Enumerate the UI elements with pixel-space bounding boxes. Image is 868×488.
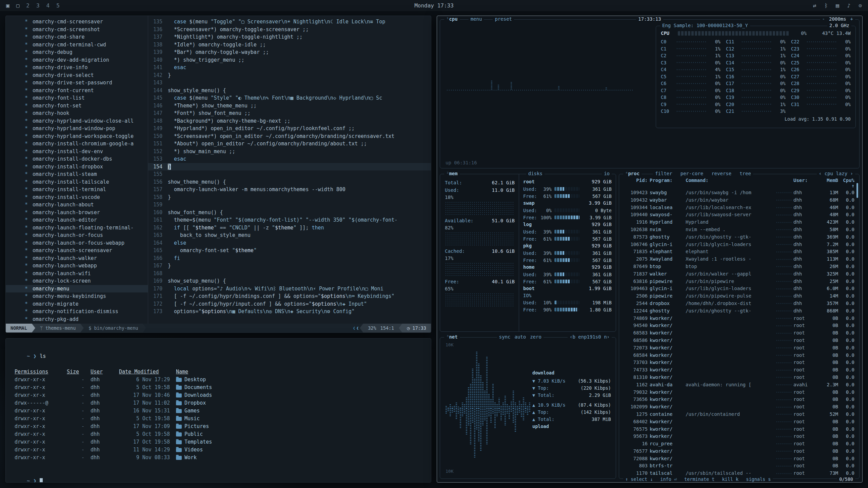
file-item[interactable]: *omarchy-font-current (25, 87, 148, 95)
proc-control-per-core[interactable]: per-core (680, 171, 703, 176)
proc-col-cpu[interactable]: Cpu% ↑ (840, 178, 854, 188)
code-line[interactable]: 146 *Theme*) show_theme_menu ;; (148, 102, 431, 110)
net-auto-toggle[interactable]: auto (512, 334, 528, 340)
process-row[interactable]: 106746glycin-i/usr/lib/glycin-loadersdhh… (623, 241, 854, 248)
process-row[interactable]: 74869kworker/root0B0.0 (623, 315, 854, 322)
process-row[interactable]: 76577kworker/root0B0.0 (623, 448, 854, 455)
file-item[interactable]: *omarchy-cmd-screenshot (25, 26, 148, 34)
code-line[interactable]: 155 (148, 170, 431, 178)
code-line[interactable]: 165 omarchy-font-set "$theme" (148, 247, 431, 255)
file-item[interactable]: *omarchy-lock-screen (25, 277, 148, 285)
file-item[interactable]: *omarchy-hyprland-window-pop (25, 125, 148, 133)
process-row[interactable]: 102099kworker/root0B0.0 (623, 403, 854, 411)
process-row[interactable]: 63816pipewire/usr/bin/pipewiredhh25M0.0 (623, 278, 854, 285)
file-item[interactable]: *omarchy-cmd-terminal-cwd (25, 41, 148, 49)
file-item[interactable]: *omarchy-font-set (25, 102, 148, 110)
process-row[interactable]: 95673kworker/root0B0.0 (623, 433, 854, 440)
file-item[interactable]: *omarchy-cmd-screensaver (25, 18, 148, 26)
proc-col-pid[interactable]: Pid: (623, 178, 648, 188)
proc-col-user[interactable]: User: (793, 178, 815, 188)
code-line[interactable]: 161 theme=$(menu "Font" "$(omarchy-font-… (148, 216, 431, 224)
file-item[interactable]: *omarchy-drive-select (25, 72, 148, 79)
code-line[interactable]: 150 *Screensaver*) open_in_editor ~/.con… (148, 133, 431, 140)
file-item[interactable]: *omarchy-launch-floating-terminal- (25, 224, 148, 232)
code-line[interactable]: 136 *Screensaver*) omarchy-toggle-screen… (148, 26, 431, 34)
net-zero-toggle[interactable]: zero (528, 334, 544, 340)
file-item[interactable]: *omarchy-install-dev-env (25, 148, 148, 156)
terminal-prompt[interactable]: ~❯ (15, 469, 422, 483)
code-line[interactable]: 137 *Nightlight*) omarchy-toggle-nightli… (148, 33, 431, 41)
file-item[interactable]: *omarchy-dev-add-migration (25, 56, 148, 64)
file-item[interactable]: *omarchy-install-tailscale (25, 178, 148, 186)
system-monitor-window[interactable]: ¹cpu menu preset 17:33:13 - 2000ms + up … (437, 16, 863, 483)
code-line[interactable]: 151 *About*) open_in_editor ~/.config/om… (148, 140, 431, 148)
proc-col-program[interactable]: Program: (650, 178, 684, 188)
file-item[interactable]: *omarchy-hyprland-workspace-toggle (25, 133, 148, 140)
process-row[interactable]: 72073kworker/root0B0.0 (623, 344, 854, 352)
file-item[interactable]: *omarchy-cmd-share (25, 33, 148, 41)
network-icon[interactable]: ⇄ (813, 2, 816, 9)
proc-col-command[interactable]: Command: (686, 178, 774, 188)
code-line[interactable]: 167} (148, 262, 431, 270)
file-item[interactable]: *omarchy-install-steam (25, 170, 148, 178)
process-row[interactable]: 1275containe/usr/bin/containerdroot52M0.… (623, 411, 854, 418)
file-item[interactable]: *omarchy-launch-webapp (25, 262, 148, 270)
code-line[interactable]: 143 (148, 79, 431, 87)
file-item[interactable]: *omarchy-menu-keybindings (25, 292, 148, 300)
process-row[interactable]: 74733kworker/root0B0.0 (623, 366, 854, 374)
file-item[interactable]: *omarchy-migrate (25, 300, 148, 308)
code-line[interactable]: 170 local options="♪ Audio\n∿ Wifi\nᛒ Bl… (148, 285, 431, 293)
file-item[interactable]: *omarchy-hook (25, 109, 148, 117)
proc-action[interactable]: kill k (722, 476, 738, 482)
proc-action[interactable]: terminate t (684, 476, 714, 482)
net-interface-selector[interactable]: ‹b enp191s0 n› (568, 334, 612, 340)
code-line[interactable]: 163 back_to show_style_menu (148, 231, 431, 239)
file-item[interactable]: *omarchy-install-chromium-google-a (25, 140, 148, 148)
file-item[interactable]: *omarchy-launch-wifi (25, 270, 148, 278)
process-row[interactable]: 109440swayosd-/usr/lib/swayosd-serverdhh… (623, 211, 854, 219)
menu-button[interactable]: menu (469, 16, 484, 22)
process-row[interactable]: 73656kworker/root0B0.0 (623, 396, 854, 403)
code-line[interactable]: 169show_setup_menu() { (148, 277, 431, 285)
display-icon[interactable]: ▤ (836, 2, 839, 9)
file-item[interactable]: *omarchy-launch-editor (25, 216, 148, 224)
code-line[interactable]: 138 *Idle*) omarchy-toggle-idle ;; (148, 41, 431, 49)
proc-control-reverse[interactable]: reverse (711, 171, 731, 176)
code-line[interactable]: 154} (148, 163, 431, 171)
code-line[interactable]: 157 omarchy-launch-walker -m menus:omarc… (148, 186, 431, 194)
process-row[interactable]: 109463glycin-i/usr/lib/glycin-loadersdhh… (623, 285, 854, 292)
process-row[interactable]: 94540kworker/root0B0.0 (623, 322, 854, 329)
file-item[interactable]: *omarchy-launch-or-focus-webapp (25, 239, 148, 247)
code-line[interactable]: 152 *) show_main_menu ;; (148, 148, 431, 156)
code-line[interactable]: 166 fi (148, 255, 431, 262)
file-item[interactable]: *omarchy-drive-info (25, 64, 148, 72)
process-row[interactable]: 1916HyprlandHyprlanddhh423M0.0 (623, 219, 854, 226)
file-item[interactable]: *omarchy-launch-screensaver (25, 247, 148, 255)
process-row[interactable]: 2544dropbox/home/dhh/.dropbox-distdhh357… (623, 300, 854, 307)
file-item[interactable]: *omarchy-pkg-add (25, 316, 148, 323)
proc-mode-selector[interactable]: ‹ cpu lazy › (817, 171, 855, 176)
process-row[interactable]: 1162avahi-daavahi-daemon: running [avahi… (623, 381, 854, 389)
proc-action[interactable]: signals s (746, 476, 771, 482)
file-item[interactable]: *omarchy-launch-about (25, 201, 148, 209)
file-item[interactable]: *omarchy-install-dropbox (25, 163, 148, 171)
process-row[interactable]: 803btrfs-trroot0B0.0 (623, 462, 854, 470)
file-item[interactable]: *omarchy-debug (25, 48, 148, 56)
file-item[interactable]: *omarchy-install-docker-dbs (25, 155, 148, 163)
disks-io-toggle[interactable]: io (602, 171, 612, 176)
code-line[interactable]: 156show_theme_menu() { (148, 178, 431, 186)
process-row[interactable]: 79032kworker/root0B0.0 (623, 389, 854, 396)
file-item[interactable]: *omarchy-launch-browser (25, 209, 148, 217)
file-item[interactable]: *omarchy-font-list (25, 94, 148, 102)
disks-title[interactable]: disks (526, 171, 545, 176)
file-item[interactable]: *omarchy-launch-or-focus (25, 231, 148, 239)
code-line[interactable]: 144show_style_menu() { (148, 87, 431, 95)
code-line[interactable]: 164 else (148, 239, 431, 247)
proc-control-tree[interactable]: tree (739, 171, 751, 176)
editor-window[interactable]: *omarchy-cmd-screensaver*omarchy-cmd-scr… (5, 16, 431, 333)
volume-icon[interactable]: ♪ (847, 2, 851, 9)
interval-minus-button[interactable]: - (820, 16, 827, 22)
process-row[interactable]: 68586kworker/root0B0.0 (623, 337, 854, 344)
process-row[interactable]: 109344localsea/usr/lib/localsearch-exdhh… (623, 204, 854, 211)
process-row[interactable]: 71835elephantelephantdhh385M0.0 (623, 248, 854, 256)
